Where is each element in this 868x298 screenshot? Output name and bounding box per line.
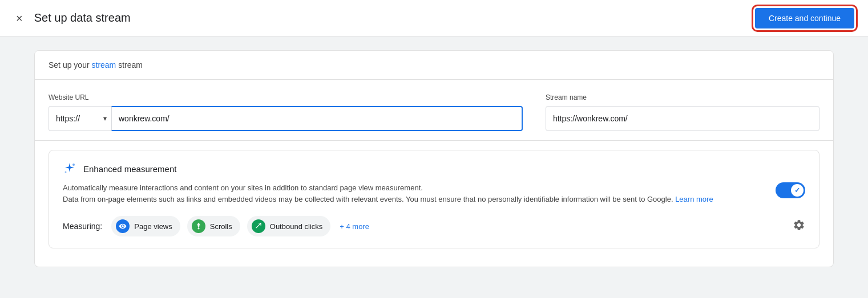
description-line2: Data from on-page elements such as links… (63, 195, 673, 203)
scrolls-label: Scrolls (210, 222, 232, 231)
settings-gear-button[interactable] (793, 219, 805, 234)
page-views-chip: Page views (111, 216, 180, 236)
scrolls-chip: Scrolls (187, 216, 240, 236)
enhanced-header: Enhanced measurement (63, 162, 805, 175)
measuring-label: Measuring: (63, 222, 102, 231)
card-bottom-padding (35, 258, 833, 267)
toggle-wrapper: ✓ (776, 182, 805, 198)
enhanced-measurement-icon (63, 162, 76, 175)
toggle-knob: ✓ (791, 184, 804, 197)
description-line1: Automatically measure interactions and c… (63, 183, 423, 192)
close-button[interactable]: × (14, 10, 25, 26)
outbound-clicks-chip: Outbound clicks (247, 216, 331, 236)
enhanced-measurement-toggle[interactable]: ✓ (776, 182, 805, 198)
svg-point-0 (72, 164, 75, 166)
outbound-clicks-label: Outbound clicks (270, 222, 323, 231)
enhanced-description: Automatically measure interactions and c… (63, 182, 776, 205)
enhanced-measurement-section: Enhanced measurement Automatically measu… (49, 150, 819, 248)
create-and-continue-button[interactable]: Create and continue (755, 8, 854, 28)
header-left: × Set up data stream (14, 10, 131, 26)
more-link[interactable]: + 4 more (340, 222, 369, 231)
page-title: Set up data stream (34, 11, 131, 25)
web-stream-label: Set up your stream stream (49, 60, 143, 70)
header: × Set up data stream Create and continue (0, 0, 868, 36)
url-form-group: Website URL https:// http:// (49, 93, 523, 131)
stream-name-input[interactable] (546, 106, 819, 131)
card-header: Set up your stream stream (35, 51, 833, 80)
learn-more-link[interactable]: Learn more (675, 195, 713, 203)
stream-name-label: Stream name (546, 93, 819, 101)
stream-name-form-group: Stream name (546, 93, 819, 131)
enhanced-body: Automatically measure interactions and c… (63, 182, 805, 205)
web-stream-link[interactable]: stream (92, 60, 116, 70)
protocol-select[interactable]: https:// http:// (49, 106, 111, 131)
measuring-row: Measuring: Page views (63, 216, 805, 236)
page-views-label: Page views (134, 222, 172, 231)
page-views-icon (116, 219, 130, 233)
toggle-check-icon: ✓ (794, 186, 800, 194)
scrolls-icon (192, 219, 205, 233)
form-area: Website URL https:// http:// Stream name (35, 80, 833, 141)
setup-card: Set up your stream stream Website URL ht… (34, 50, 834, 267)
url-input[interactable] (111, 106, 523, 131)
url-input-row: https:// http:// (49, 106, 523, 131)
protocol-wrapper: https:// http:// (49, 106, 111, 131)
enhanced-measurement-title: Enhanced measurement (83, 164, 176, 174)
outbound-clicks-icon (252, 219, 265, 233)
main-content: Set up your stream stream Website URL ht… (0, 36, 868, 281)
url-label: Website URL (49, 93, 523, 101)
svg-point-1 (65, 172, 67, 173)
